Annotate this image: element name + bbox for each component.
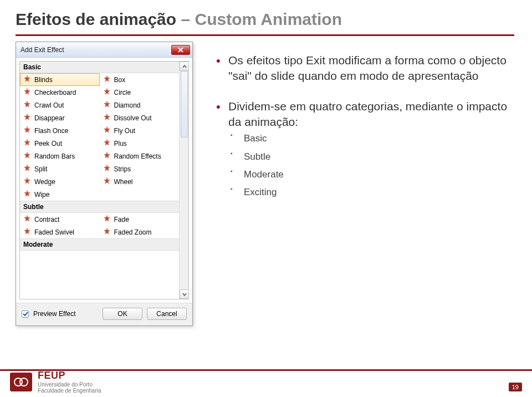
exit-effect-icon	[23, 75, 31, 84]
effects-listbox[interactable]: BasicBlindsBoxCheckerboardCircleCrawl Ou…	[19, 61, 189, 299]
title-subtitle: – Custom Animation	[176, 10, 342, 28]
effect-label: Flash Once	[34, 127, 68, 135]
effect-label: Circle	[114, 89, 131, 96]
svg-marker-0	[24, 75, 30, 82]
exit-effect-icon	[23, 164, 31, 174]
preview-effect-checkbox[interactable]	[22, 311, 29, 318]
effect-label: Dissolve Out	[114, 114, 152, 122]
sub-bullet: Subtle	[228, 148, 515, 166]
exit-effect-icon	[103, 151, 111, 161]
effect-item[interactable]: Box	[100, 73, 180, 86]
close-button[interactable]	[171, 45, 190, 55]
effect-item[interactable]: Split	[20, 162, 100, 175]
svg-marker-19	[24, 215, 30, 221]
svg-marker-8	[24, 126, 30, 133]
feup-acronym: FEUP	[38, 370, 101, 381]
effect-item[interactable]: Dissolve Out	[100, 111, 180, 124]
effect-label: Fade	[114, 216, 129, 223]
exit-effect-icon	[23, 190, 31, 199]
exit-effect-icon	[23, 100, 31, 110]
exit-effect-icon	[23, 113, 31, 123]
svg-marker-15	[104, 165, 110, 171]
exit-effect-icon	[103, 88, 111, 97]
effect-item[interactable]: Blinds	[20, 73, 100, 86]
exit-effect-icon	[103, 164, 111, 174]
chevron-up-icon	[182, 65, 187, 68]
exit-effect-icon	[23, 126, 31, 135]
svg-marker-12	[24, 152, 30, 158]
effect-item[interactable]: Random Bars	[20, 150, 100, 162]
effect-item[interactable]: Circle	[100, 86, 180, 99]
bullet-1: Os efeitos tipo Exit modificam a forma c…	[216, 53, 515, 84]
effect-item[interactable]: Strips	[100, 162, 180, 175]
effect-item[interactable]: Contract	[20, 213, 100, 226]
svg-marker-1	[104, 75, 110, 82]
effect-category-header: Subtle	[20, 201, 188, 213]
ok-button[interactable]: OK	[103, 308, 142, 320]
cancel-button[interactable]: Cancel	[147, 308, 187, 320]
check-icon	[23, 311, 28, 317]
exit-effect-icon	[103, 139, 111, 148]
slide-title: Efeitos de animação – Custom Animation	[16, 10, 342, 29]
exit-effect-icon	[23, 227, 31, 237]
sub-bullet: Exciting	[228, 184, 515, 201]
svg-marker-5	[104, 101, 110, 107]
bullet-2: Dividem-se em quatro categorias, mediant…	[216, 99, 515, 202]
exit-effect-icon	[103, 177, 111, 186]
add-exit-effect-dialog: Add Exit Effect BasicBlindsBoxCheckerboa…	[16, 42, 193, 326]
exit-effect-icon	[103, 126, 111, 135]
effect-item[interactable]: Wedge	[20, 175, 100, 188]
effect-item[interactable]: Fly Out	[100, 124, 180, 137]
svg-marker-11	[104, 139, 110, 145]
svg-marker-2	[24, 88, 30, 94]
svg-marker-9	[104, 126, 110, 133]
effect-label: Wipe	[34, 191, 49, 198]
scroll-thumb[interactable]	[181, 71, 188, 138]
effect-item[interactable]: Fade	[100, 213, 180, 226]
effect-item[interactable]: Faded Zoom	[100, 226, 180, 238]
effect-label: Box	[114, 76, 126, 84]
effect-label: Random Bars	[34, 152, 75, 160]
effect-label: Checkerboard	[34, 89, 76, 96]
effect-label: Crawl Out	[34, 101, 64, 109]
effect-item[interactable]: Crawl Out	[20, 99, 100, 111]
exit-effect-icon	[23, 177, 31, 186]
effect-item[interactable]: Disappear	[20, 111, 100, 124]
svg-marker-6	[24, 114, 30, 120]
effect-label: Faded Swivel	[34, 228, 74, 236]
chevron-down-icon	[182, 293, 187, 296]
effect-label: Peek Out	[34, 140, 62, 147]
effect-item[interactable]: Random Effects	[100, 150, 180, 162]
effect-item[interactable]: Checkerboard	[20, 86, 100, 99]
effect-item[interactable]: Wipe	[20, 188, 100, 201]
exit-effect-icon	[103, 75, 111, 84]
svg-marker-22	[104, 228, 110, 234]
feup-line1: Universidade do Porto	[38, 381, 101, 388]
content-bullets: Os efeitos tipo Exit modificam a forma c…	[216, 53, 515, 216]
effect-item[interactable]: Wheel	[100, 175, 180, 188]
exit-effect-icon	[23, 215, 31, 224]
scroll-down-button[interactable]	[180, 289, 189, 299]
dialog-titlebar[interactable]: Add Exit Effect	[16, 42, 192, 58]
svg-marker-18	[24, 190, 30, 196]
svg-marker-16	[24, 177, 30, 184]
scrollbar[interactable]	[179, 62, 188, 299]
feup-logo: FEUP Universidade do Porto Faculdade de …	[10, 370, 101, 394]
effect-label: Split	[34, 165, 47, 173]
exit-effect-icon	[23, 139, 31, 148]
effect-item[interactable]: Flash Once	[20, 124, 100, 137]
slide-footer: FEUP Universidade do Porto Faculdade de …	[0, 369, 532, 397]
effect-item[interactable]: Plus	[100, 137, 180, 150]
effect-label: Fly Out	[114, 127, 136, 135]
scroll-up-button[interactable]	[180, 62, 189, 71]
effect-category-header: Moderate	[20, 238, 188, 251]
effect-label: Diamond	[114, 101, 141, 109]
effect-item[interactable]: Diamond	[100, 99, 180, 111]
effect-item[interactable]: Peek Out	[20, 137, 100, 150]
svg-marker-14	[24, 165, 30, 171]
exit-effect-icon	[23, 88, 31, 97]
svg-marker-13	[104, 152, 110, 158]
svg-marker-3	[104, 88, 110, 94]
effect-item[interactable]: Faded Swivel	[20, 226, 100, 238]
svg-marker-21	[24, 228, 30, 234]
